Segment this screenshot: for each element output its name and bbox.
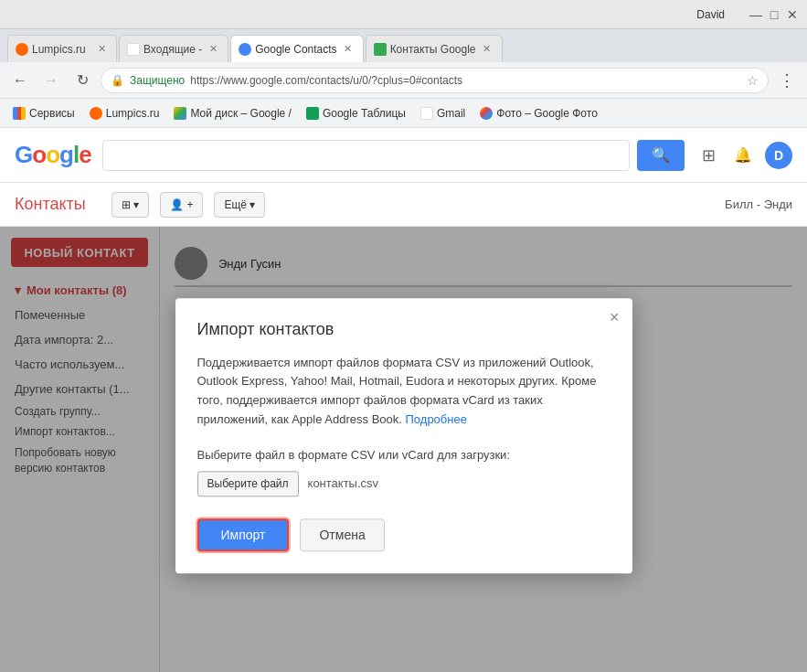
import-button[interactable]: Импорт bbox=[197, 518, 290, 551]
maximize-button[interactable]: □ bbox=[767, 7, 781, 22]
cancel-button[interactable]: Отмена bbox=[300, 518, 384, 551]
dialog-close-button[interactable]: × bbox=[610, 309, 620, 325]
forward-button[interactable]: → bbox=[38, 68, 64, 93]
page-body: НОВЫЙ КОНТАКТ ▾ Мои контакты (8) Помечен… bbox=[0, 227, 807, 672]
bookmark-star-icon[interactable]: ☆ bbox=[747, 73, 759, 88]
tab-gcontacts[interactable]: Контакты Google ✕ bbox=[366, 35, 503, 62]
reload-button[interactable]: ↻ bbox=[69, 68, 95, 93]
tabbar: Lumpics.ru ✕ Входящие - ✕ Google Contact… bbox=[0, 29, 807, 62]
bookmark-gmail[interactable]: Gmail bbox=[415, 105, 471, 122]
gmail-bm-icon bbox=[420, 107, 433, 120]
browser-menu-button[interactable]: ⋮ bbox=[774, 68, 800, 93]
url-bar[interactable]: 🔒 Защищено https://www.google.com/contac… bbox=[101, 68, 769, 93]
bookmark-services-label: Сервисы bbox=[29, 107, 75, 120]
file-label: Выберите файл в формате CSV или vCard дл… bbox=[197, 448, 611, 462]
tab-lumpics[interactable]: Lumpics.ru ✕ bbox=[7, 35, 117, 62]
tab-contacts-label: Google Contacts bbox=[255, 43, 336, 56]
lock-icon: 🔒 bbox=[111, 74, 124, 87]
contacts-title: Контакты bbox=[15, 195, 86, 214]
tab-gcontacts-label: Контакты Google bbox=[390, 43, 476, 56]
secure-label: Защищено bbox=[130, 74, 185, 87]
titlebar-username: David bbox=[696, 8, 725, 21]
bookmarks-bar: Сервисы Lumpics.ru Мой диск – Google / G… bbox=[0, 99, 807, 128]
minimize-button[interactable]: — bbox=[749, 7, 763, 22]
back-button[interactable]: ← bbox=[7, 68, 33, 93]
contacts-subheader: Контакты ⊞ ▾ 👤 + Ещё ▾ Билл - Энди bbox=[0, 183, 807, 227]
import-dialog: × Импорт контактов Поддерживается импорт… bbox=[175, 298, 632, 573]
lumpics-favicon-icon bbox=[16, 43, 28, 56]
contacts-range-label: Билл - Энди bbox=[725, 197, 792, 211]
tab-gcontacts-close-icon[interactable]: ✕ bbox=[480, 42, 494, 57]
bookmark-photos-label: Фото – Google Фото bbox=[496, 107, 598, 120]
apps-grid-button[interactable]: ⊞ bbox=[696, 143, 721, 168]
bookmark-lumpics-label: Lumpics.ru bbox=[106, 107, 160, 120]
tab-contacts-close-icon[interactable]: ✕ bbox=[341, 42, 356, 57]
avatar[interactable]: D bbox=[765, 142, 792, 169]
contacts-favicon-icon bbox=[239, 43, 251, 56]
titlebar-controls: — □ ✕ bbox=[749, 7, 800, 22]
search-button[interactable]: 🔍 bbox=[637, 140, 685, 171]
titlebar: David — □ ✕ bbox=[0, 0, 807, 29]
tab-gmail[interactable]: Входящие - ✕ bbox=[119, 35, 228, 62]
search-wrap: 🔍 bbox=[102, 140, 685, 171]
url-text: https://www.google.com/contacts/u/0/?cpl… bbox=[190, 74, 741, 87]
dialog-title: Импорт контактов bbox=[197, 320, 611, 339]
bookmark-gmail-label: Gmail bbox=[437, 107, 465, 120]
tab-lumpics-label: Lumpics.ru bbox=[32, 43, 86, 56]
sheets-bm-icon bbox=[306, 107, 319, 120]
gmail-favicon-icon bbox=[127, 43, 140, 56]
tab-contacts[interactable]: Google Contacts ✕ bbox=[230, 35, 363, 62]
header-right: ⊞ 🔔 D bbox=[696, 142, 792, 169]
page-content: Google 🔍 ⊞ 🔔 D Контакты ⊞ ▾ 👤 + Ещё ▾ Би… bbox=[0, 128, 807, 672]
search-input[interactable] bbox=[102, 140, 630, 171]
close-button[interactable]: ✕ bbox=[785, 7, 800, 22]
bookmark-sheets-label: Google Таблицы bbox=[323, 107, 406, 120]
more-info-link[interactable]: Подробнее bbox=[406, 412, 467, 426]
bookmark-drive-label: Мой диск – Google / bbox=[190, 107, 292, 120]
tab-gmail-close-icon[interactable]: ✕ bbox=[206, 42, 220, 57]
bookmark-sheets[interactable]: Google Таблицы bbox=[301, 105, 411, 122]
more-options-button[interactable]: Ещё ▾ bbox=[214, 192, 265, 218]
tab-lumpics-close-icon[interactable]: ✕ bbox=[94, 42, 109, 57]
grid-view-button[interactable]: ⊞ ▾ bbox=[111, 192, 149, 218]
bookmark-drive[interactable]: Мой диск – Google / bbox=[168, 105, 297, 122]
photos-bm-icon bbox=[480, 107, 493, 120]
dialog-actions: Импорт Отмена bbox=[197, 518, 611, 551]
apps-grid-icon bbox=[13, 107, 26, 120]
bookmark-lumpics[interactable]: Lumpics.ru bbox=[84, 105, 165, 122]
notifications-button[interactable]: 🔔 bbox=[730, 143, 756, 168]
bookmark-services[interactable]: Сервисы bbox=[7, 105, 80, 122]
google-logo: Google bbox=[15, 141, 91, 169]
bookmark-photos[interactable]: Фото – Google Фото bbox=[474, 105, 603, 122]
drive-bm-icon bbox=[174, 107, 186, 120]
lumpics-bm-icon bbox=[90, 107, 102, 120]
selected-file-name: контакты.csv bbox=[308, 477, 379, 491]
addressbar: ← → ↻ 🔒 Защищено https://www.google.com/… bbox=[0, 62, 807, 99]
choose-file-button[interactable]: Выберите файл bbox=[197, 471, 299, 496]
gcontacts-favicon-icon bbox=[374, 43, 387, 56]
google-header: Google 🔍 ⊞ 🔔 D bbox=[0, 128, 807, 183]
file-row: Выберите файл контакты.csv bbox=[197, 471, 611, 496]
tab-gmail-label: Входящие - bbox=[143, 43, 202, 56]
add-contact-button[interactable]: 👤 + bbox=[160, 192, 203, 218]
dialog-body: Поддерживается импорт файлов формата CSV… bbox=[197, 354, 611, 430]
